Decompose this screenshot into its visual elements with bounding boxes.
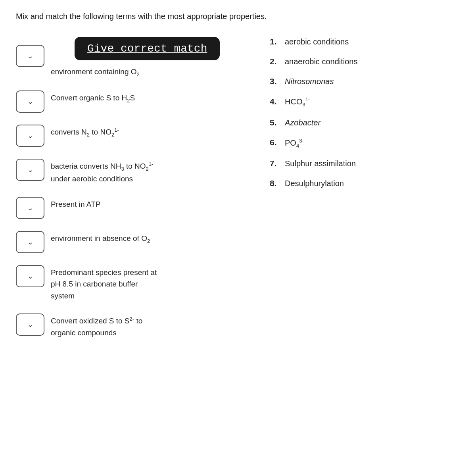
dropdown-q8[interactable]: ⌄ (16, 313, 44, 336)
answer-number-3: 3. (270, 77, 281, 86)
answer-text-7: Sulphur assimilation (285, 159, 356, 168)
question-row-3: ⌄ converts N2 to NO21- (16, 124, 246, 147)
answer-list: 1. aerobic conditions 2. anaerobic condi… (270, 37, 460, 188)
main-layout: ⌄ Give correct match environment contain… (16, 33, 460, 350)
chevron-down-icon: ⌄ (27, 97, 33, 106)
answer-number-5: 5. (270, 118, 281, 127)
question-text-8: Convert oxidized S to S2- toorganic comp… (51, 313, 142, 338)
dropdown-q7[interactable]: ⌄ (16, 265, 44, 287)
answer-item-7: 7. Sulphur assimilation (270, 159, 460, 168)
question-row-5: ⌄ Present in ATP (16, 196, 246, 219)
question-text-5: Present in ATP (51, 196, 100, 210)
question-row-6: ⌄ environment in absence of O2 (16, 230, 246, 253)
question-row-4: ⌄ bacteria converts NH3 to NO21-under ae… (16, 158, 246, 185)
answer-item-4: 4. HCO31- (270, 96, 460, 108)
answer-number-7: 7. (270, 159, 281, 168)
instructions-text: Mix and match the following terms with t… (16, 12, 460, 21)
chevron-down-icon: ⌄ (27, 165, 33, 174)
answer-text-5: Azobacter (285, 118, 321, 127)
dropdown-q2[interactable]: ⌄ (16, 90, 44, 113)
chevron-down-icon: ⌄ (27, 52, 33, 60)
answer-item-8: 8. Desulphurylation (270, 179, 460, 188)
answer-number-6: 6. (270, 138, 281, 147)
chevron-down-icon: ⌄ (27, 238, 33, 246)
question-text-3: converts N2 to NO21- (51, 124, 119, 139)
answer-text-8: Desulphurylation (285, 179, 344, 188)
dropdown-q4[interactable]: ⌄ (16, 159, 44, 181)
chevron-down-icon: ⌄ (27, 131, 33, 140)
answer-item-6: 6. PO43- (270, 138, 460, 149)
dropdown-q5[interactable]: ⌄ (16, 197, 44, 219)
right-column: 1. aerobic conditions 2. anaerobic condi… (246, 33, 460, 198)
dropdown-q3[interactable]: ⌄ (16, 125, 44, 147)
question-text-2: Convert organic S to H2S (51, 90, 135, 105)
question-row-2: ⌄ Convert organic S to H2S (16, 90, 246, 113)
answer-item-5: 5. Azobacter (270, 118, 460, 127)
answer-text-3: Nitrosomonas (285, 77, 334, 86)
answer-number-8: 8. (270, 179, 281, 188)
answer-text-1: aerobic conditions (285, 37, 349, 46)
answer-item-3: 3. Nitrosomonas (270, 77, 460, 86)
dropdown-q1[interactable]: ⌄ (16, 45, 44, 67)
answer-number-2: 2. (270, 57, 281, 66)
answer-text-6: PO43- (285, 138, 304, 149)
give-correct-match-button[interactable]: Give correct match (75, 37, 220, 60)
chevron-down-icon: ⌄ (27, 204, 33, 212)
chevron-down-icon: ⌄ (27, 272, 33, 281)
answer-text-2: anaerobic conditions (285, 57, 357, 66)
question-row-8: ⌄ Convert oxidized S to S2- toorganic co… (16, 313, 246, 338)
header-row: ⌄ Give correct match environment contain… (16, 33, 246, 79)
dropdown-q6[interactable]: ⌄ (16, 231, 44, 253)
question-text-7: Predominant species present atpH 8.5 in … (51, 264, 157, 302)
question-text-4: bacteria converts NH3 to NO21-under aero… (51, 158, 153, 185)
answer-item-2: 2. anaerobic conditions (270, 57, 460, 66)
answer-number-1: 1. (270, 37, 281, 46)
answer-number-4: 4. (270, 97, 281, 106)
question-text-6: environment in absence of O2 (51, 230, 150, 245)
question-row-7: ⌄ Predominant species present atpH 8.5 i… (16, 264, 246, 302)
answer-item-1: 1. aerobic conditions (270, 37, 460, 46)
answer-text-4: HCO31- (285, 96, 310, 108)
left-column: ⌄ Give correct match environment contain… (16, 33, 246, 350)
chevron-down-icon: ⌄ (27, 320, 33, 329)
question-text-1: environment containing O2 (51, 63, 220, 79)
